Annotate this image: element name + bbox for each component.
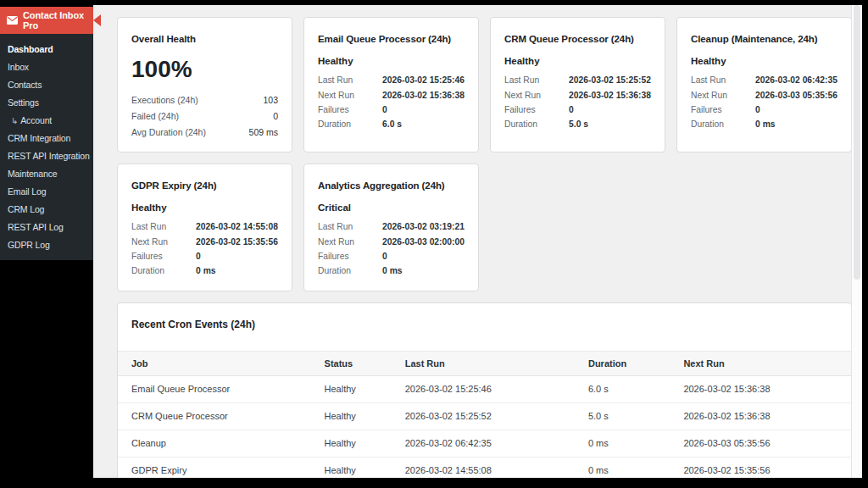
main-area: Overall Health 100% Executions (24h) 103…	[93, 5, 851, 478]
sidebar-item[interactable]: ↳GDPR Log	[0, 237, 93, 253]
status-badge: Critical	[318, 202, 465, 213]
sidebar-item[interactable]: ↳CRM Log	[0, 202, 93, 218]
metric-avg-duration: Avg Duration (24h) 509 ms	[131, 124, 278, 140]
field-value: 0 ms	[755, 119, 775, 129]
cell-next-run: 2026-03-03 05:35:56	[675, 430, 851, 457]
field-value: 6.0 s	[382, 119, 402, 129]
sidebar-item[interactable]: ↳Dashboard	[0, 42, 93, 58]
scrollbar-thumb[interactable]	[854, 5, 860, 280]
field-value: 0 ms	[382, 266, 402, 275]
events-tbody: Email Queue Processor Healthy 2026-03-02…	[118, 375, 851, 478]
field-value: 0 ms	[196, 266, 215, 275]
field-value: 0	[755, 105, 760, 114]
cell-status: Healthy	[316, 402, 397, 430]
sidebar-item[interactable]: ↳Contacts	[0, 77, 93, 93]
last-run-row: Last Run 2026-03-02 15:25:52	[504, 73, 651, 87]
event-row: Cleanup Healthy 2026-03-02 06:42:35 0 ms…	[118, 430, 851, 457]
brand-bar[interactable]: Contact Inbox Pro	[0, 7, 93, 34]
cards-grid: Overall Health 100% Executions (24h) 103…	[117, 17, 851, 291]
cell-next-run: 2026-03-02 15:36:38	[675, 402, 851, 430]
sidebar-item[interactable]: ↳Inbox	[0, 59, 93, 75]
column-header-next-run: Next Run	[675, 351, 851, 375]
envelope-icon	[7, 16, 18, 25]
sidebar-item-label: REST API Integration	[8, 151, 90, 161]
cell-duration: 0 ms	[580, 457, 675, 478]
column-header-last-run: Last Run	[397, 351, 580, 375]
field-value: 2026-03-02 15:25:52	[569, 75, 651, 85]
event-row: GDPR Expiry Healthy 2026-03-02 14:55:08 …	[118, 457, 851, 478]
field-label: Next Run	[691, 91, 755, 100]
card-title: GDPR Expiry (24h)	[131, 180, 278, 191]
field-value: 2026-03-02 15:25:46	[382, 75, 465, 85]
column-header-job: Job	[118, 351, 316, 375]
sidebar-item[interactable]: ↳REST API Log	[0, 219, 93, 236]
sidebar-item-label: CRM Log	[8, 204, 44, 214]
sidebar: Contact Inbox Pro ↳Dashboard ↳Inbox ↳Con…	[0, 5, 93, 488]
cell-last-run: 2026-03-02 14:55:08	[397, 457, 580, 478]
last-run-row: Last Run 2026-03-02 15:25:46	[318, 73, 465, 87]
field-value: 0	[196, 252, 201, 261]
field-label: Next Run	[131, 237, 196, 247]
card-title: Cleanup (Maintenance, 24h)	[691, 34, 837, 44]
sidebar-item-label: Email Log	[8, 186, 46, 197]
vertical-scrollbar[interactable]	[851, 5, 862, 478]
failures-row: Failures 0	[318, 103, 465, 117]
field-label: Duration	[504, 119, 569, 129]
metric-label: Failed (24h)	[131, 111, 179, 121]
sidebar-item[interactable]: ↳Account	[0, 113, 93, 129]
events-table: Job Status Last Run Duration Next Run Em…	[118, 351, 851, 479]
duration-row: Duration 0 ms	[691, 117, 837, 131]
field-label: Duration	[131, 266, 196, 275]
cell-status: Healthy	[316, 457, 397, 478]
job-health-card: Cleanup (Maintenance, 24h) Healthy Last …	[676, 17, 851, 152]
status-badge: Healthy	[131, 202, 278, 213]
job-health-card: GDPR Expiry (24h) Healthy Last Run 2026-…	[117, 164, 292, 291]
last-run-row: Last Run 2026-03-02 03:19:21	[318, 219, 465, 234]
collapse-arrow-icon[interactable]	[93, 14, 101, 26]
field-label: Failures	[318, 105, 382, 114]
column-header-duration: Duration	[580, 351, 675, 375]
field-value: 2026-03-02 15:36:38	[569, 91, 651, 100]
cell-duration: 6.0 s	[580, 375, 675, 402]
column-header-status: Status	[316, 351, 397, 375]
cell-next-run: 2026-03-02 15:36:38	[675, 375, 851, 402]
field-label: Last Run	[504, 75, 569, 85]
events-header-row: Job Status Last Run Duration Next Run	[118, 351, 851, 375]
brand-label: Contact Inbox Pro	[23, 10, 86, 30]
status-badge: Healthy	[691, 56, 837, 66]
sidebar-item-label: CRM Integration	[8, 133, 70, 143]
job-health-card: Email Queue Processor (24h) Healthy Last…	[303, 17, 479, 152]
field-label: Duration	[318, 119, 382, 129]
cell-job: Cleanup	[118, 430, 316, 457]
cell-job: Email Queue Processor	[118, 375, 316, 402]
next-run-row: Next Run 2026-03-02 15:36:38	[504, 87, 651, 102]
next-run-row: Next Run 2026-03-03 02:00:00	[318, 234, 465, 248]
sidebar-item[interactable]: ↳REST API Integration	[0, 148, 93, 164]
field-label: Duration	[318, 266, 382, 275]
sidebar-item-label: Contacts	[8, 80, 42, 90]
field-value: 2026-03-03 05:35:56	[755, 91, 837, 100]
cell-last-run: 2026-03-02 15:25:52	[397, 402, 580, 430]
status-badge: Healthy	[318, 56, 465, 66]
field-label: Failures	[318, 252, 382, 261]
field-label: Failures	[504, 105, 569, 114]
duration-row: Duration 6.0 s	[318, 117, 465, 131]
field-label: Duration	[691, 119, 755, 129]
card-title: Overall Health	[131, 34, 278, 44]
sidebar-item[interactable]: ↳Maintenance	[0, 166, 93, 182]
sidebar-item[interactable]: ↳Settings	[0, 95, 93, 111]
metric-label: Avg Duration (24h)	[131, 127, 206, 137]
metric-label: Executions (24h)	[131, 95, 198, 105]
cell-job: CRM Queue Processor	[118, 402, 316, 430]
field-value: 2026-03-02 15:36:38	[382, 91, 465, 100]
sidebar-item-label: REST API Log	[8, 222, 64, 232]
cell-job: GDPR Expiry	[118, 457, 316, 478]
field-value: 0	[382, 105, 387, 114]
sidebar-item[interactable]: ↳Email Log	[0, 184, 93, 200]
sidebar-panel: Contact Inbox Pro ↳Dashboard ↳Inbox ↳Con…	[0, 7, 93, 260]
field-label: Next Run	[318, 91, 382, 100]
sidebar-item[interactable]: ↳CRM Integration	[0, 130, 93, 147]
failures-row: Failures 0	[691, 103, 837, 117]
last-run-row: Last Run 2026-03-02 14:55:08	[131, 219, 278, 234]
event-row: CRM Queue Processor Healthy 2026-03-02 1…	[118, 402, 851, 430]
